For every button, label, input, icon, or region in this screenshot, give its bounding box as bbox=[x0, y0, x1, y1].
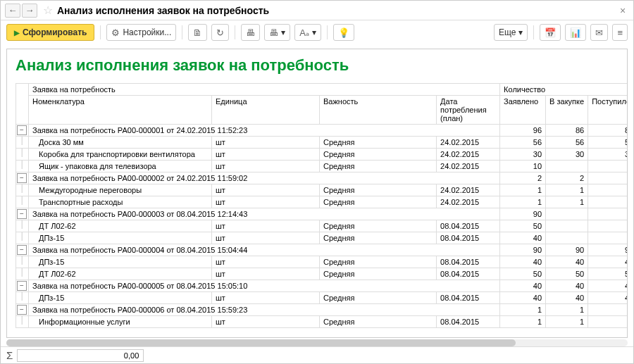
print-button[interactable]: 🖶 bbox=[241, 24, 260, 41]
cell-importance: Средняя bbox=[320, 196, 437, 208]
list-button[interactable]: ≡ bbox=[612, 24, 628, 41]
cell-declared: 40 bbox=[500, 292, 546, 304]
col-request: Заявка на потребность bbox=[29, 84, 500, 96]
cell-received: 40 bbox=[588, 292, 628, 304]
window-title: Анализ исполнения заявок на потребность bbox=[57, 5, 616, 16]
collapse-icon[interactable]: − bbox=[17, 245, 27, 255]
chart-icon: 📊 bbox=[570, 27, 581, 38]
col-date: Дата потребления (план) bbox=[437, 96, 500, 125]
cell-received: 1 bbox=[588, 184, 628, 196]
item-row[interactable]: │Ящик - упаковка для телевизораштСредняя… bbox=[16, 161, 628, 172]
collapse-icon[interactable]: − bbox=[17, 305, 27, 315]
cell-date: 08.04.2015 bbox=[437, 256, 500, 268]
cell-inpurchase: 30 bbox=[546, 149, 588, 161]
cell-received bbox=[588, 316, 628, 328]
cell-received: 40 bbox=[588, 280, 628, 292]
col-qty: Количество bbox=[500, 84, 628, 96]
cell-inpurchase: 40 bbox=[546, 292, 588, 304]
chart-button[interactable]: 📊 bbox=[565, 24, 586, 41]
group-name: Заявка на потребность РА00-000005 от 08.… bbox=[29, 280, 500, 292]
item-row[interactable]: │Транспортные расходыштСредняя24.02.2015… bbox=[16, 196, 628, 208]
item-row[interactable]: │Информационные услугиштСредняя08.04.201… bbox=[16, 316, 628, 328]
sigma-icon: Σ bbox=[6, 349, 13, 361]
cell-declared: 10 bbox=[500, 161, 546, 172]
font-button[interactable]: Aₐ▾ bbox=[294, 24, 321, 41]
cell-received: 50 bbox=[588, 268, 628, 280]
settings-label: Настройки... bbox=[123, 27, 171, 37]
horizontal-scrollbar[interactable] bbox=[6, 339, 628, 346]
cell-declared: 50 bbox=[500, 220, 546, 232]
cell-date: 08.04.2015 bbox=[437, 316, 500, 328]
cell-declared: 1 bbox=[500, 196, 546, 208]
close-icon[interactable]: × bbox=[616, 5, 629, 16]
cell-date: 24.02.2015 bbox=[437, 161, 500, 172]
tool-button-1[interactable]: 🗎 bbox=[188, 24, 207, 41]
item-row[interactable]: │ДПз-15штСредняя08.04.2015404040 bbox=[16, 256, 628, 268]
collapse-icon[interactable]: − bbox=[17, 125, 27, 135]
item-row[interactable]: │ДТ Л02-62штСредняя08.04.201550 bbox=[16, 220, 628, 232]
item-row[interactable]: │Междугородные переговорыштСредняя24.02.… bbox=[16, 184, 628, 196]
group-row[interactable]: −Заявка на потребность РА00-000001 от 24… bbox=[16, 125, 628, 137]
cell-unit: шт bbox=[212, 184, 320, 196]
collapse-icon[interactable]: − bbox=[17, 209, 27, 219]
cell-inpurchase: 50 bbox=[546, 268, 588, 280]
cell-date: 08.04.2015 bbox=[437, 232, 500, 244]
cell-date: 08.04.2015 bbox=[437, 268, 500, 280]
print-icon: 🖶 bbox=[269, 27, 278, 38]
cell-date: 24.02.2015 bbox=[437, 184, 500, 196]
cell-importance: Средняя bbox=[320, 161, 437, 172]
item-row[interactable]: │ДТ Л02-62штСредняя08.04.2015505050 bbox=[16, 268, 628, 280]
item-row[interactable]: │Коробка для транспортировки вентилятора… bbox=[16, 149, 628, 161]
cell-declared: 40 bbox=[500, 280, 546, 292]
mail-button[interactable]: ✉ bbox=[590, 24, 608, 41]
collapse-icon[interactable]: − bbox=[17, 281, 27, 291]
hint-button[interactable]: 💡 bbox=[333, 24, 354, 41]
group-name: Заявка на потребность РА00-000006 от 08.… bbox=[29, 304, 500, 316]
report-table: Заявка на потребность Количество Номенкл… bbox=[15, 83, 628, 328]
group-row[interactable]: −Заявка на потребность РА00-000006 от 08… bbox=[16, 304, 628, 316]
favorite-star-icon[interactable]: ☆ bbox=[43, 4, 53, 17]
cell-inpurchase bbox=[546, 161, 588, 172]
cell-inpurchase: 90 bbox=[546, 244, 588, 256]
cell-declared: 90 bbox=[500, 208, 546, 220]
col-importance: Важность bbox=[320, 96, 437, 125]
toolbar: ▶Сформировать ⚙Настройки... 🗎 ↻ 🖶 🖶▾ Aₐ▾… bbox=[1, 20, 633, 44]
cell-nomen: ДТ Л02-62 bbox=[29, 220, 212, 232]
group-row[interactable]: −Заявка на потребность РА00-000005 от 08… bbox=[16, 280, 628, 292]
more-label: Еще bbox=[499, 27, 516, 37]
cell-date: 24.02.2015 bbox=[437, 137, 500, 149]
doc-icon: 🗎 bbox=[193, 27, 202, 38]
group-row[interactable]: −Заявка на потребность РА00-000002 от 24… bbox=[16, 172, 628, 184]
tool-button-2[interactable]: ↻ bbox=[211, 24, 229, 41]
nav-forward-button[interactable]: → bbox=[22, 4, 37, 18]
collapse-icon[interactable]: − bbox=[17, 173, 27, 183]
item-row[interactable]: │ДПз-15штСредняя08.04.201540 bbox=[16, 232, 628, 244]
settings-button[interactable]: ⚙Настройки... bbox=[106, 24, 176, 41]
group-row[interactable]: −Заявка на потребность РА00-000004 от 08… bbox=[16, 244, 628, 256]
cell-importance: Средняя bbox=[320, 232, 437, 244]
group-name: Заявка на потребность РА00-000003 от 08.… bbox=[29, 208, 500, 220]
restore-icon: ↻ bbox=[216, 27, 224, 38]
item-row[interactable]: │ДПз-15штСредняя08.04.2015404040 bbox=[16, 292, 628, 304]
more-button[interactable]: Еще ▾ bbox=[494, 24, 528, 41]
nav-back-button[interactable]: ← bbox=[5, 4, 20, 18]
item-row[interactable]: │Доска 30 ммштСредняя24.02.2015565656 bbox=[16, 137, 628, 149]
cell-importance: Средняя bbox=[320, 256, 437, 268]
col-declared: Заявлено bbox=[500, 96, 546, 125]
group-name: Заявка на потребность РА00-000001 от 24.… bbox=[29, 125, 500, 137]
calendar-icon: 📅 bbox=[545, 27, 556, 38]
cell-inpurchase: 2 bbox=[546, 172, 588, 184]
report-title: Анализ исполнения заявок на потребность bbox=[15, 56, 628, 75]
cell-declared: 40 bbox=[500, 232, 546, 244]
print-dropdown-button[interactable]: 🖶▾ bbox=[264, 24, 290, 41]
sum-field[interactable] bbox=[17, 349, 144, 362]
cell-inpurchase: 40 bbox=[546, 280, 588, 292]
report-area[interactable]: Анализ исполнения заявок на потребность … bbox=[6, 49, 628, 338]
cell-unit: шт bbox=[212, 220, 320, 232]
cell-inpurchase: 86 bbox=[546, 125, 588, 137]
cell-unit: шт bbox=[212, 161, 320, 172]
period-button[interactable]: 📅 bbox=[540, 24, 561, 41]
group-row[interactable]: −Заявка на потребность РА00-000003 от 08… bbox=[16, 208, 628, 220]
generate-button[interactable]: ▶Сформировать bbox=[6, 24, 94, 41]
cell-received bbox=[588, 208, 628, 220]
